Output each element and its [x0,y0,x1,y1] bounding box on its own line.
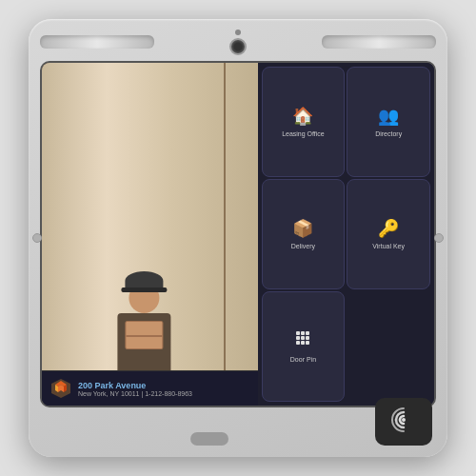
leasing-office-button[interactable]: 🏠 Leasing Office [262,67,346,177]
svg-point-10 [402,418,406,422]
directory-button[interactable]: 👥 Directory [347,67,430,177]
video-feed-inner [42,63,258,370]
nfc-waves-icon [387,403,421,442]
svg-rect-4 [296,336,300,340]
svg-rect-7 [296,341,300,345]
svg-rect-8 [301,341,305,345]
person-hat [126,271,164,290]
svg-rect-3 [306,331,309,335]
camera-module [229,30,247,55]
left-panel: 200 Park Avenue New York, NY 10011 | 1-2… [42,63,258,406]
screen-content: 200 Park Avenue New York, NY 10011 | 1-2… [42,63,434,406]
left-light-bar [40,35,154,49]
company-logo [50,377,72,400]
device-panel: 200 Park Avenue New York, NY 10011 | 1-2… [29,19,447,457]
person-body [118,313,171,370]
virtual-key-label: Virtual Key [372,243,405,250]
camera-lens [229,38,247,55]
leasing-label: Leasing Office [282,130,325,138]
microphone [235,30,241,35]
virtual-key-icon: 🔑 [378,218,399,239]
address-sub: New York, NY 10011 | 1-212-880-8963 [78,390,192,397]
svg-rect-6 [306,336,309,340]
svg-rect-1 [296,331,300,335]
delivery-icon: 📦 [292,218,313,239]
visitor-person [118,283,171,370]
door-pin-label: Door Pin [290,356,316,364]
right-panel: 🏠 Leasing Office 👥 Directory 📦 Delivery … [258,63,434,406]
directory-icon: 👥 [378,106,399,127]
delivery-package [126,321,164,349]
delivery-label: Delivery [291,243,315,250]
info-bar: 200 Park Avenue New York, NY 10011 | 1-2… [42,370,258,406]
empty-slot [347,291,430,402]
bottom-section [40,407,436,446]
delivery-button[interactable]: 📦 Delivery [262,179,346,289]
video-feed [42,63,258,370]
svg-rect-9 [306,341,309,345]
home-button[interactable] [190,432,228,446]
svg-rect-2 [301,331,305,335]
door-frame [224,63,226,370]
main-screen: 200 Park Avenue New York, NY 10011 | 1-2… [40,61,436,407]
leasing-icon: 🏠 [292,106,313,127]
virtual-key-button[interactable]: 🔑 Virtual Key [347,179,430,289]
directory-label: Directory [375,130,402,138]
address-block: 200 Park Avenue New York, NY 10011 | 1-2… [78,381,192,397]
door-pin-button[interactable]: Door Pin [262,291,346,402]
right-light-bar [322,35,436,49]
door-pin-icon [293,328,312,352]
address-main: 200 Park Avenue [78,381,192,390]
person-head [129,283,160,313]
top-bar [40,29,436,55]
svg-rect-5 [301,336,305,340]
nfc-reader[interactable] [375,398,432,446]
